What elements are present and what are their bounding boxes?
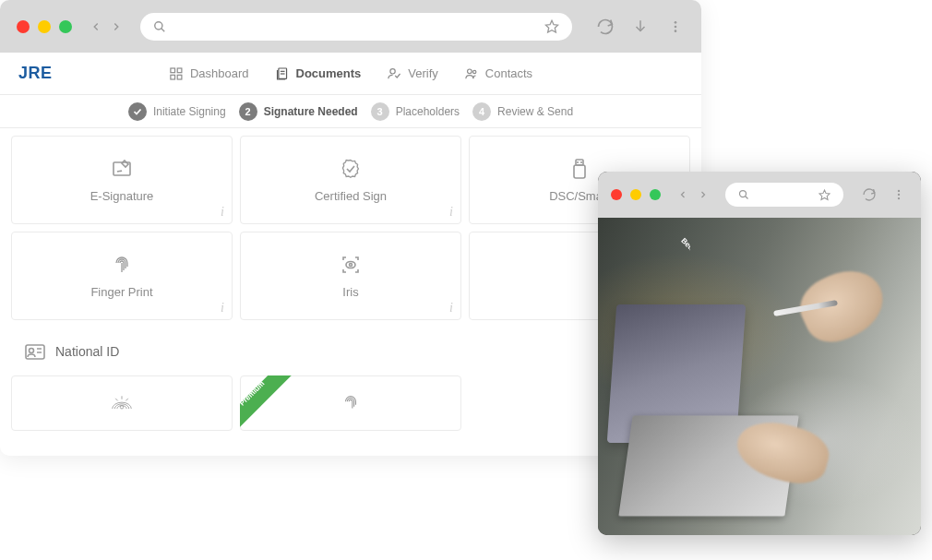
step-placeholders[interactable]: 3 Placeholders [371,102,460,121]
card-certified-sign-label: Certified Sign [315,189,387,203]
step-placeholders-label: Placeholders [396,105,460,118]
stepper: Initiate Signing 2 Signature Needed 3 Pl… [0,95,701,128]
svg-rect-19 [574,165,585,178]
card-fingerprint[interactable]: Finger Print i [11,232,233,320]
overlay-nav-arrows [675,187,711,202]
step-review[interactable]: 4 Review & Send [472,102,573,121]
svg-point-36 [898,194,900,196]
step-done-check-icon [128,102,147,121]
svg-line-30 [115,399,118,401]
step-review-label: Review & Send [497,105,573,118]
overlay-bookmark-icon[interactable] [818,189,830,201]
nav-dashboard[interactable]: Dashboard [169,66,249,81]
overlay-traffic-lights [611,189,661,200]
svg-point-0 [155,21,162,29]
overlay-back-button[interactable] [675,187,690,202]
svg-line-31 [125,399,128,401]
fingerprint-icon [340,392,362,414]
overlay-close-button[interactable] [611,189,622,200]
card-national-id-2[interactable]: Premium [240,375,461,431]
overlay-chrome-actions [860,185,908,204]
step-initiate[interactable]: Initiate Signing [128,102,226,121]
usb-icon [568,158,591,180]
svg-point-28 [120,406,123,409]
step-4-badge: 4 [472,102,491,121]
info-icon[interactable]: i [221,301,224,316]
overlay-browser-chrome [598,172,921,218]
svg-point-35 [898,190,900,192]
close-window-button[interactable] [17,20,30,33]
nav-arrows [89,19,124,34]
step-3-badge: 3 [371,102,389,121]
svg-point-5 [675,25,677,28]
fingerprint-icon [111,254,133,276]
svg-rect-7 [171,68,175,73]
nav-verify-label: Verify [408,66,438,80]
overlay-address-bar[interactable] [725,183,843,207]
svg-point-6 [675,30,677,32]
step-signature[interactable]: 2 Signature Needed [239,102,358,121]
overlay-reload-button[interactable] [860,185,878,204]
card-national-id-1[interactable] [11,375,233,431]
nav-contacts[interactable]: Contacts [464,66,532,81]
card-fingerprint-label: Finger Print [90,285,152,299]
search-icon [738,189,749,200]
svg-point-25 [30,349,34,353]
svg-marker-2 [545,20,557,32]
info-icon[interactable]: i [449,205,453,220]
documents-icon [274,66,289,81]
overlay-menu-button[interactable] [890,185,908,204]
card-certified-sign[interactable]: Certified Sign i [240,136,461,224]
premium-ribbon: Premium [240,375,295,431]
certified-sign-icon [340,158,362,180]
info-icon[interactable]: i [221,205,224,220]
svg-point-14 [390,68,395,73]
reload-button[interactable] [596,18,615,36]
section-national-id-label: National ID [55,344,119,359]
svg-line-1 [161,28,165,31]
nav-documents-label: Documents [295,66,361,80]
nav-documents[interactable]: Documents [274,66,361,81]
step-2-badge: 2 [239,102,257,121]
overlay-content-image [598,218,921,535]
step-signature-label: Signature Needed [264,105,358,118]
app-logo: JRE [18,64,53,83]
card-e-signature[interactable]: E-Signature i [11,136,233,224]
svg-point-32 [740,191,747,197]
main-nav: Dashboard Documents Verify Contacts [169,66,532,81]
back-button[interactable] [89,19,103,34]
menu-button[interactable] [666,18,685,36]
nav-contacts-label: Contacts [485,66,532,80]
browser-chrome [0,0,701,53]
minimize-window-button[interactable] [38,20,51,33]
main-browser-window: JRE Dashboard Documents Verify [0,0,701,456]
overlay-minimize-button[interactable] [630,189,641,200]
address-bar[interactable] [140,13,572,41]
search-icon [153,20,166,33]
nav-dashboard-label: Dashboard [190,66,249,80]
download-button[interactable] [631,18,650,36]
aadhaar-icon [111,392,133,414]
card-e-signature-label: E-Signature [90,189,154,203]
app-header: JRE Dashboard Documents Verify [0,53,701,95]
svg-rect-10 [177,75,182,79]
overlay-maximize-button[interactable] [650,189,661,200]
forward-button[interactable] [109,19,124,34]
maximize-window-button[interactable] [59,20,72,33]
svg-rect-9 [171,75,175,79]
svg-point-22 [346,261,355,268]
overlay-forward-button[interactable] [696,187,711,202]
nav-verify[interactable]: Verify [387,66,438,81]
svg-point-37 [898,197,900,199]
info-icon[interactable]: i [449,301,453,316]
bookmark-star-icon[interactable] [544,19,559,34]
card-iris[interactable]: Iris i [240,232,461,320]
contacts-icon [464,66,479,81]
card-iris-label: Iris [342,285,358,299]
svg-point-16 [472,70,475,73]
svg-rect-8 [177,68,182,73]
svg-point-15 [467,69,472,74]
step-initiate-label: Initiate Signing [153,105,226,118]
overlay-browser-window [598,172,921,535]
iris-icon [340,254,362,276]
